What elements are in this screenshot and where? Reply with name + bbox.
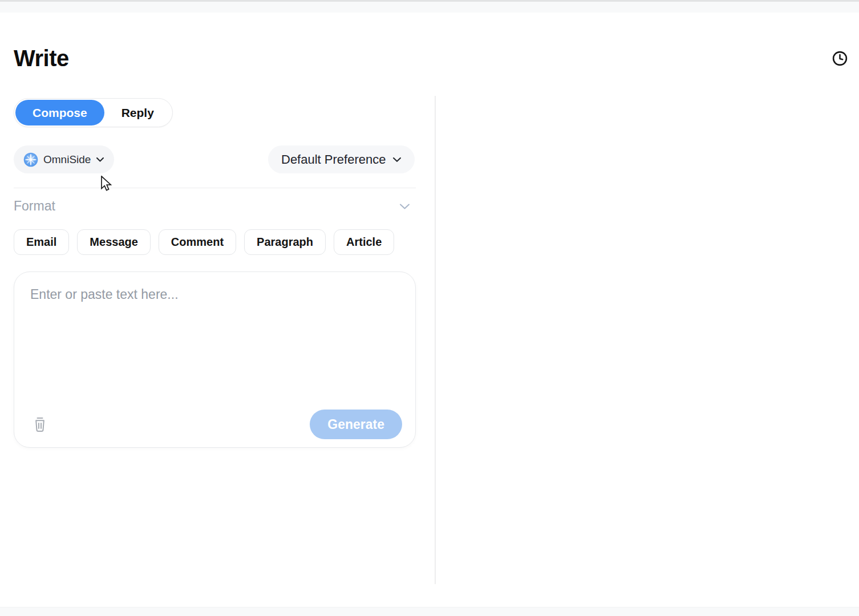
top-bar	[0, 2, 859, 13]
format-label: Format	[14, 198, 55, 214]
page-title: Write	[14, 46, 69, 71]
model-selector-label: OmniSide	[43, 153, 91, 166]
clock-icon	[831, 50, 849, 67]
format-chip-paragraph[interactable]: Paragraph	[244, 229, 326, 255]
history-button[interactable]	[830, 48, 849, 68]
format-section-header: Format	[14, 198, 416, 214]
mouse-cursor	[100, 176, 114, 193]
format-collapse-button[interactable]	[399, 203, 410, 210]
clear-button[interactable]	[31, 415, 48, 433]
editor-card: Generate	[14, 271, 416, 448]
format-chip-email[interactable]: Email	[14, 229, 69, 255]
tab-compose[interactable]: Compose	[15, 100, 104, 125]
text-input[interactable]	[14, 272, 415, 403]
app-window: Write Compose Reply	[0, 0, 859, 616]
omniside-logo-icon	[23, 152, 38, 167]
trash-icon	[34, 417, 46, 432]
format-chip-comment[interactable]: Comment	[159, 229, 236, 255]
generate-button[interactable]: Generate	[310, 410, 402, 439]
format-chip-article[interactable]: Article	[334, 229, 394, 255]
tab-reply[interactable]: Reply	[104, 100, 171, 125]
chevron-down-icon	[399, 203, 410, 210]
mode-tab-group: Compose Reply	[14, 98, 173, 127]
bottom-bar	[0, 607, 859, 616]
chevron-down-icon	[96, 157, 104, 163]
format-options: Email Message Comment Paragraph Article	[14, 229, 394, 255]
preference-selector-dropdown[interactable]: Default Preference	[268, 145, 415, 173]
panel-divider	[435, 96, 436, 584]
section-divider	[14, 188, 416, 188]
preference-selector-label: Default Preference	[281, 152, 386, 167]
format-chip-message[interactable]: Message	[77, 229, 151, 255]
chevron-down-icon	[392, 157, 402, 163]
model-selector-dropdown[interactable]: OmniSide	[14, 145, 114, 173]
